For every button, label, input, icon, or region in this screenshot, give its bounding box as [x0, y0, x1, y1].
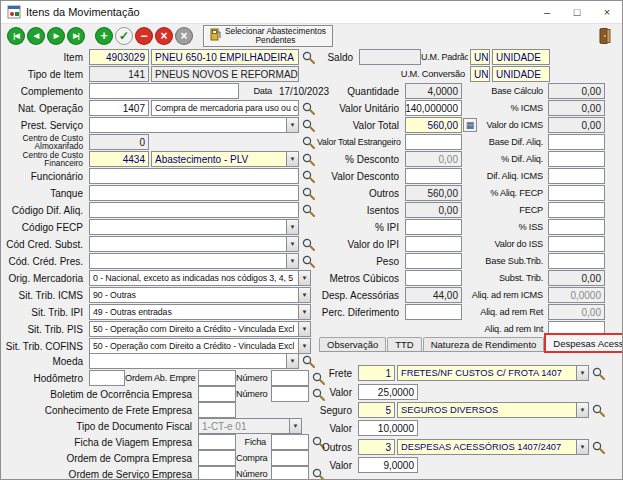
valor-desconto-field[interactable] [405, 168, 462, 184]
dropdown-arrow-icon[interactable]: ▼ [286, 253, 299, 269]
lookup-magnifier-icon[interactable] [301, 354, 316, 369]
perc-iss-field[interactable] [548, 219, 605, 235]
ordem-servico-numero-field[interactable] [271, 466, 309, 480]
tab-ttd[interactable]: TTD [387, 337, 421, 351]
metros-cubicos-field[interactable] [405, 270, 462, 286]
funcionario-field[interactable] [89, 168, 299, 184]
maximize-button[interactable]: □ [562, 1, 592, 23]
ficha-viagem-empresa-field[interactable] [198, 434, 236, 450]
despesas-outros-valor-field[interactable]: 9,0000 [358, 457, 418, 473]
lookup-magnifier-icon[interactable] [301, 237, 316, 252]
dropdown-arrow-icon[interactable]: ▼ [286, 353, 299, 369]
lookup-magnifier-icon[interactable] [591, 440, 606, 455]
nav-first-button[interactable]: |◀ [7, 27, 25, 45]
valor-total-estrangeiro-field[interactable] [405, 134, 462, 150]
lookup-magnifier-icon[interactable] [301, 186, 316, 201]
minimize-button[interactable]: – [532, 1, 562, 23]
close-button[interactable]: × [592, 1, 622, 23]
close-record-button[interactable]: × [175, 27, 193, 45]
codigo-fecp-combo[interactable]: ▼ [89, 219, 299, 235]
dropdown-arrow-icon[interactable]: ▼ [286, 236, 299, 252]
compra-field[interactable] [271, 450, 309, 466]
peso-field[interactable] [405, 253, 462, 269]
sit-trib-icms-combo[interactable]: 90 - Outras▼ [89, 287, 311, 303]
ordem-servico-empresa-field[interactable] [198, 466, 236, 480]
dropdown-arrow-icon[interactable]: ▼ [286, 219, 299, 235]
tab-observacao[interactable]: Observação [319, 337, 386, 351]
dropdown-arrow-icon[interactable]: ▼ [286, 151, 299, 167]
dif-aliq-icms-field[interactable] [548, 168, 605, 184]
base-dif-aliq-field[interactable] [548, 134, 605, 150]
dropdown-arrow-icon[interactable]: ▼ [576, 365, 589, 381]
ordem-compra-empresa-field[interactable] [198, 450, 236, 466]
lookup-magnifier-icon[interactable] [301, 254, 316, 269]
dropdown-arrow-icon[interactable]: ▼ [298, 287, 311, 303]
perc-ipi-field[interactable] [405, 219, 462, 235]
dropdown-arrow-icon[interactable]: ▼ [298, 321, 311, 337]
lookup-magnifier-icon[interactable] [301, 118, 316, 133]
dropdown-arrow-icon[interactable]: ▼ [298, 270, 311, 286]
codigo-dif-aliq-field[interactable] [89, 202, 299, 218]
prest-servico-combo[interactable]: ▼ [89, 117, 299, 133]
nav-previous-button[interactable]: ◀ [27, 27, 45, 45]
item-desc-field[interactable]: PNEU 650-10 EMPILHADEIRA [151, 49, 299, 65]
cod-cred-subst-combo[interactable]: ▼ [89, 236, 299, 252]
dropdown-arrow-icon[interactable]: ▼ [576, 439, 589, 455]
despesas-outros-combo[interactable]: DESPESAS ACESSÓRIOS 1407/2407▼ [397, 439, 589, 455]
boletim-empresa-field[interactable] [198, 386, 236, 402]
sit-trib-ipi-combo[interactable]: 49 - Outras entradas▼ [89, 304, 311, 320]
lookup-magnifier-icon[interactable] [301, 50, 316, 65]
hodometro-field[interactable] [89, 370, 125, 386]
dropdown-arrow-icon[interactable]: ▼ [298, 304, 311, 320]
dropdown-arrow-icon[interactable]: ▼ [576, 402, 589, 418]
orig-mercadoria-combo[interactable]: 0 - Nacional, exceto as indicadas nos có… [89, 270, 311, 286]
lookup-magnifier-icon[interactable] [301, 135, 316, 150]
calculator-icon[interactable]: ▦ [463, 118, 477, 132]
cod-cred-pres-combo[interactable]: ▼ [89, 253, 299, 269]
perc-diferimento-field[interactable] [405, 304, 462, 320]
valor-total-field[interactable]: 560,00 [405, 117, 462, 133]
exit-door-icon[interactable] [598, 28, 612, 44]
fecp-field[interactable] [548, 202, 605, 218]
sit-trib-pis-combo[interactable]: 50 - Operação com Direito a Crédito - Vi… [89, 321, 311, 337]
base-sub-trib-field[interactable] [548, 253, 605, 269]
ordem-ab-numero-field[interactable] [271, 370, 309, 386]
moeda-combo[interactable]: ▼ [89, 353, 299, 369]
nav-last-button[interactable]: ▶| [67, 27, 85, 45]
boletim-numero-field[interactable] [271, 386, 309, 402]
perc-dif-aliq-field[interactable] [548, 151, 605, 167]
valor-ipi-field[interactable] [405, 236, 462, 252]
dropdown-arrow-icon[interactable]: ▼ [298, 338, 311, 354]
select-abastecimentos-button[interactable]: Selecionar Abastecimentos Pendentes [203, 25, 333, 47]
confirm-button[interactable]: ✓ [115, 27, 133, 45]
tanque-field[interactable] [89, 185, 299, 201]
seguro-code-field[interactable]: 5 [358, 402, 395, 418]
delete-button[interactable]: − [135, 27, 153, 45]
frete-valor-field[interactable]: 25,0000 [358, 384, 418, 400]
lookup-magnifier-icon[interactable] [301, 169, 316, 184]
lookup-magnifier-icon[interactable] [301, 152, 316, 167]
ficha-field[interactable] [271, 434, 309, 450]
valor-unitario-field[interactable]: 140,000000 [405, 100, 462, 116]
lookup-magnifier-icon[interactable] [301, 203, 316, 218]
conhecimento-frete-empresa-field[interactable] [198, 402, 236, 418]
item-code-field[interactable]: 4903029 [89, 49, 149, 65]
sit-trib-cofins-combo[interactable]: 50 - Operação com Direito a Crédito - Vi… [89, 338, 311, 354]
tab-natureza-rendimento[interactable]: Natureza de Rendimento [423, 337, 545, 351]
dropdown-arrow-icon[interactable]: ▼ [286, 117, 299, 133]
seguro-valor-field[interactable]: 10,0000 [358, 420, 418, 436]
perc-aliq-fecp-field[interactable] [548, 185, 605, 201]
ordem-ab-empresa-field[interactable] [198, 370, 236, 386]
insert-button[interactable]: + [95, 27, 113, 45]
nat-operacao-code-field[interactable]: 1407 [89, 100, 149, 116]
seguro-combo[interactable]: SEGUROS DIVERSOS▼ [397, 402, 589, 418]
cc-financeiro-code-field[interactable]: 4434 [89, 151, 149, 167]
lookup-magnifier-icon[interactable] [591, 403, 606, 418]
nat-operacao-desc-field[interactable]: Compra de mercadoria para uso ou consumo… [151, 100, 299, 116]
lookup-magnifier-icon[interactable] [591, 366, 606, 381]
frete-code-field[interactable]: 1 [358, 365, 395, 381]
tab-despesas-acessorias[interactable]: Despesas Acessórias [545, 334, 623, 351]
cancel-button[interactable]: × [155, 27, 173, 45]
lookup-magnifier-icon[interactable] [301, 101, 316, 116]
frete-combo[interactable]: FRETES/NF CUSTOS C/ FROTA 1407▼ [397, 365, 589, 381]
